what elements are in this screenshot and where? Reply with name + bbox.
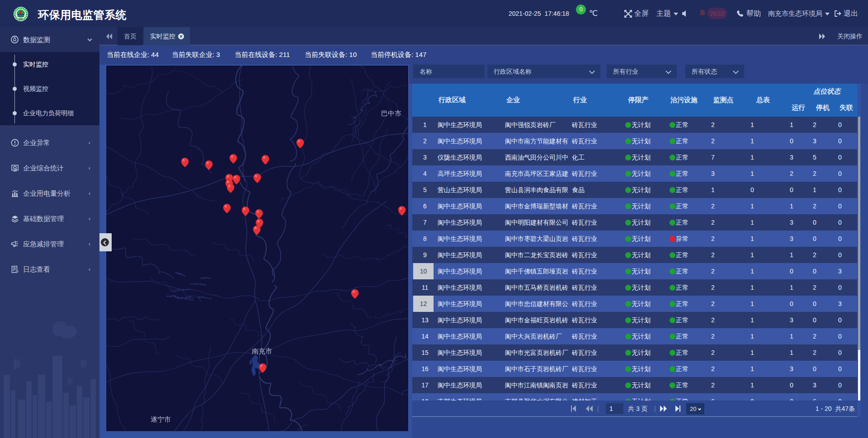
svg-text:南充市: 南充市 bbox=[252, 347, 272, 355]
svg-text:巴中市: 巴中市 bbox=[381, 109, 401, 117]
svg-text:遂宁市: 遂宁市 bbox=[151, 415, 171, 423]
